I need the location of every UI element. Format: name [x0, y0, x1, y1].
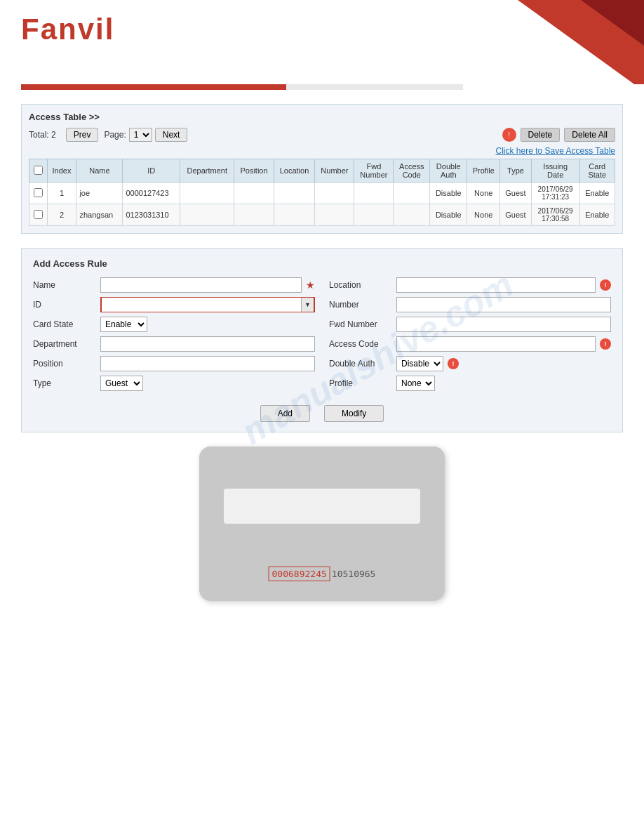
row-type: Guest — [500, 204, 532, 226]
form-row-department: Department — [33, 336, 315, 352]
row-checkbox — [29, 183, 48, 204]
form-buttons: Add Modify — [33, 405, 611, 422]
location-input[interactable] — [396, 277, 596, 293]
row-number — [315, 183, 354, 204]
id-input[interactable] — [102, 298, 301, 312]
access-table-title: Access Table >> — [29, 112, 615, 122]
number-input[interactable] — [396, 297, 611, 312]
logo-f: F — [21, 13, 41, 46]
delete-all-button[interactable]: Delete All — [564, 128, 615, 142]
total-label: Total: 2 — [29, 130, 56, 140]
add-access-rule-panel: Add Access Rule Name ★ ID ▼ — [21, 248, 623, 432]
info-icon-table[interactable]: ! — [502, 128, 516, 142]
row-index: 1 — [47, 183, 76, 204]
profile-select[interactable]: None — [396, 376, 435, 391]
page-label: Page: — [104, 130, 126, 140]
row-double-auth: Disable — [430, 183, 467, 204]
logo-rest: anvil — [41, 13, 115, 46]
page-header: Fanvil — [0, 0, 644, 84]
id-input-wrapper[interactable]: ▼ — [100, 297, 315, 312]
double-auth-info-icon[interactable]: ! — [448, 358, 459, 369]
triangle-small — [581, 0, 644, 46]
row-fwd-number — [354, 183, 394, 204]
form-row-card-state: Card State Enable Disable — [33, 317, 315, 332]
access-table-panel: Access Table >> Total: 2 Prev Page: 1 Ne… — [21, 104, 623, 234]
access-code-input[interactable] — [396, 336, 596, 352]
delete-button[interactable]: Delete — [521, 128, 561, 142]
row-profile: None — [467, 183, 500, 204]
modify-button[interactable]: Modify — [324, 405, 384, 422]
position-label: Position — [33, 359, 96, 369]
location-info-icon[interactable]: ! — [600, 279, 611, 291]
col-issuing-date: IssuingDate — [531, 159, 579, 183]
col-location: Location — [274, 159, 315, 183]
row-location — [274, 204, 315, 226]
name-input[interactable] — [100, 277, 302, 293]
col-fwd-number: FwdNumber — [354, 159, 394, 183]
table-toolbar: Total: 2 Prev Page: 1 Next ! Delete Dele… — [29, 128, 615, 142]
card-state-select[interactable]: Enable Disable — [100, 317, 147, 332]
row-checkbox — [29, 204, 48, 226]
form-row-type: Type Guest Admin User — [33, 376, 315, 391]
type-label: Type — [33, 378, 96, 388]
col-checkbox — [29, 159, 48, 183]
page-select[interactable]: 1 — [129, 128, 152, 142]
row-profile: None — [467, 204, 500, 226]
form-row-profile: Profile None — [329, 376, 611, 391]
type-select[interactable]: Guest Admin User — [100, 376, 143, 391]
fwd-number-input[interactable] — [396, 317, 611, 332]
col-name: Name — [76, 159, 123, 183]
row-index: 2 — [47, 204, 76, 226]
row-issuing-date: 2017/06/2917:30:58 — [531, 204, 579, 226]
fwd-number-label: Fwd Number — [329, 319, 392, 329]
row-position — [234, 183, 274, 204]
col-id: ID — [123, 159, 180, 183]
row-double-auth: Disable — [430, 204, 467, 226]
row-select-checkbox[interactable] — [34, 210, 43, 219]
table-row: 2 zhangsan 0123031310 Disable None Guest… — [29, 204, 615, 226]
form-row-id: ID ▼ — [33, 297, 315, 312]
select-all-checkbox[interactable] — [34, 166, 43, 175]
form-row-access-code: Access Code ! — [329, 336, 611, 352]
col-department: Department — [180, 159, 234, 183]
header-decoration — [504, 0, 644, 84]
form-row-position: Position — [33, 356, 315, 371]
save-access-table-link[interactable]: Click here to Save Access Table — [495, 146, 615, 156]
profile-label: Profile — [329, 378, 392, 388]
row-id: 0000127423 — [123, 183, 180, 204]
form-row-number: Number — [329, 297, 611, 312]
next-button[interactable]: Next — [155, 128, 188, 142]
prev-button[interactable]: Prev — [66, 128, 99, 142]
table-actions: ! Delete Delete All — [502, 128, 615, 142]
name-label: Name — [33, 280, 96, 290]
department-input[interactable] — [100, 336, 315, 352]
card-number-plain: 10510965 — [332, 569, 376, 579]
row-issuing-date: 2017/06/2917:31:23 — [531, 183, 579, 204]
pagination-area: Total: 2 Prev Page: 1 Next — [29, 128, 187, 142]
id-label: ID — [33, 300, 96, 310]
add-rule-title: Add Access Rule — [33, 258, 611, 269]
id-dropdown-arrow[interactable]: ▼ — [301, 298, 314, 312]
card-image: 0006892245 10510965 — [199, 446, 445, 601]
col-number: Number — [315, 159, 354, 183]
col-card-state: CardState — [579, 159, 615, 183]
required-star: ★ — [306, 279, 315, 291]
row-department — [180, 204, 234, 226]
card-state-label: Card State — [33, 319, 96, 329]
form-row-location: Location ! — [329, 277, 611, 293]
access-code-info-icon[interactable]: ! — [600, 338, 611, 350]
access-code-label: Access Code — [329, 339, 392, 349]
double-auth-select[interactable]: Disable Enable — [396, 356, 443, 371]
col-access-code: AccessCode — [394, 159, 430, 183]
table-row: 1 joe 0000127423 Disable None Guest 2017… — [29, 183, 615, 204]
row-select-checkbox[interactable] — [34, 188, 43, 197]
position-input[interactable] — [100, 356, 315, 371]
row-position — [234, 204, 274, 226]
add-button[interactable]: Add — [260, 405, 310, 422]
col-position: Position — [234, 159, 274, 183]
row-type: Guest — [500, 183, 532, 204]
row-id: 0123031310 — [123, 204, 180, 226]
row-access-code — [394, 183, 430, 204]
card-image-container: 0006892245 10510965 — [21, 446, 623, 601]
department-label: Department — [33, 339, 96, 349]
